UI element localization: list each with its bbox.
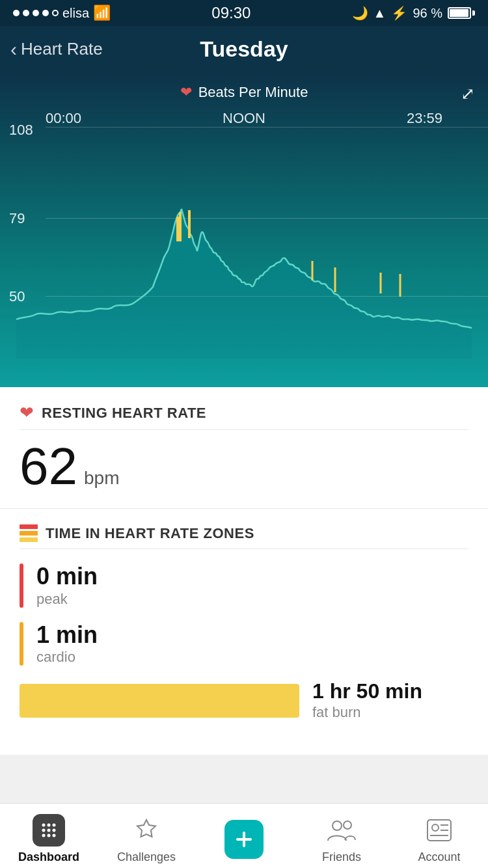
peak-zone-item: 0 min peak — [20, 563, 468, 608]
svg-point-8 — [47, 824, 51, 827]
svg-point-9 — [53, 824, 56, 827]
friends-label: Friends — [322, 850, 361, 864]
svg-point-14 — [47, 834, 51, 837]
x-label-end: 23:59 — [407, 110, 442, 127]
cardio-zone-info: 1 min cardio — [36, 622, 468, 666]
dot5 — [52, 10, 59, 16]
friends-icon — [325, 814, 358, 847]
svg-point-15 — [53, 834, 56, 837]
peak-zone-label: peak — [36, 591, 468, 608]
heart-rate-zones-section: TIME IN HEART RATE ZONES 0 min peak 1 mi… — [0, 509, 488, 755]
y-label-108: 108 — [9, 122, 33, 139]
peak-zone-bar — [20, 563, 23, 608]
cardio-zone-item: 1 min cardio — [20, 622, 468, 666]
svg-point-18 — [332, 821, 342, 830]
x-label-start: 00:00 — [46, 110, 81, 127]
fatburn-zone-time: 1 hr 50 min — [312, 680, 422, 703]
heart-rate-svg — [13, 176, 475, 359]
nav-item-friends[interactable]: Friends — [293, 807, 390, 864]
dashboard-label: Dashboard — [18, 850, 79, 864]
svg-point-12 — [53, 829, 56, 832]
rhr-title: RESTING HEART RATE — [42, 405, 206, 422]
challenges-icon — [130, 814, 163, 847]
zones-bar-cardio — [20, 531, 38, 536]
nav-item-account[interactable]: Account — [390, 807, 488, 864]
bottom-spacer — [0, 755, 488, 794]
fatburn-zone-label: fat burn — [312, 704, 422, 721]
resting-heart-rate-section: ❤ RESTING HEART RATE 62 bpm — [0, 387, 488, 509]
content-area: ❤ RESTING HEART RATE 62 bpm TIME IN HEAR… — [0, 387, 488, 755]
rhr-unit: bpm — [84, 468, 119, 489]
nav-item-dashboard[interactable]: Dashboard — [0, 807, 98, 864]
expand-button[interactable]: ⤢ — [461, 84, 475, 104]
legend-label: Beats Per Minute — [198, 84, 308, 101]
cardio-zone-time: 1 min — [36, 622, 468, 648]
zones-stack-icon — [20, 524, 38, 542]
add-icon — [224, 820, 264, 859]
dot1 — [13, 10, 20, 16]
status-right: 🌙 ▲ ⚡ 96 % — [352, 5, 475, 21]
zones-title-row: TIME IN HEART RATE ZONES — [20, 524, 468, 549]
rhr-value-row: 62 bpm — [20, 441, 468, 493]
fatburn-zone-bar — [20, 684, 299, 718]
svg-point-19 — [344, 821, 351, 829]
back-label: Heart Rate — [21, 39, 103, 59]
zones-title: TIME IN HEART RATE ZONES — [46, 525, 254, 542]
signal-dots — [13, 10, 59, 16]
status-bar: elisa 📶 09:30 🌙 ▲ ⚡ 96 % — [0, 0, 488, 26]
header: ‹ Heart Rate Tuesday — [0, 26, 488, 75]
battery-icon — [448, 7, 475, 19]
svg-point-10 — [42, 829, 46, 832]
chart-legend: ❤ Beats Per Minute — [0, 75, 488, 106]
back-button[interactable]: ‹ Heart Rate — [10, 38, 103, 61]
grid-line-top — [46, 127, 488, 128]
zones-bar-fatburn — [20, 537, 38, 542]
nav-item-challenges[interactable]: Challenges — [98, 807, 195, 864]
chart-x-labels: 00:00 NOON 23:59 — [0, 106, 488, 127]
dot3 — [33, 10, 39, 16]
dashboard-icon — [33, 814, 65, 847]
peak-zone-info: 0 min peak — [36, 563, 468, 608]
fatburn-zone-info: 1 hr 50 min fat burn — [312, 680, 422, 721]
dot4 — [42, 10, 49, 16]
cardio-zone-label: cardio — [36, 649, 468, 666]
account-icon — [423, 814, 455, 847]
status-left: elisa 📶 — [13, 5, 111, 21]
status-time: 09:30 — [211, 4, 251, 22]
moon-icon: 🌙 — [352, 5, 368, 21]
rhr-title-row: ❤ RESTING HEART RATE — [20, 403, 468, 430]
svg-point-13 — [42, 834, 46, 837]
x-label-noon: NOON — [223, 110, 265, 127]
rhr-value: 62 — [20, 441, 77, 493]
location-icon: ▲ — [373, 6, 386, 21]
peak-zone-time: 0 min — [36, 563, 468, 590]
dot2 — [23, 10, 29, 16]
rhr-heart-icon: ❤ — [20, 403, 34, 423]
svg-point-11 — [47, 829, 51, 832]
svg-point-21 — [432, 824, 439, 831]
page-title: Tuesday — [200, 36, 288, 62]
heart-rate-chart: ❤ Beats Per Minute ⤢ 108 79 50 — [0, 75, 488, 387]
wifi-icon: 📶 — [93, 5, 111, 21]
bluetooth-icon: ⚡ — [391, 5, 407, 21]
back-chevron-icon: ‹ — [10, 38, 17, 61]
bottom-nav: Dashboard Challenges Friend — [0, 803, 488, 868]
challenges-label: Challenges — [117, 850, 176, 864]
battery-percent: 96 % — [413, 6, 442, 21]
zones-bar-peak — [20, 524, 38, 529]
account-label: Account — [418, 850, 460, 864]
svg-point-7 — [42, 824, 46, 827]
nav-item-add[interactable] — [195, 813, 293, 859]
fatburn-zone-item: 1 hr 50 min fat burn — [20, 680, 468, 721]
heart-legend-icon: ❤ — [180, 84, 192, 101]
cardio-zone-bar — [20, 622, 23, 666]
carrier-label: elisa — [62, 6, 89, 21]
